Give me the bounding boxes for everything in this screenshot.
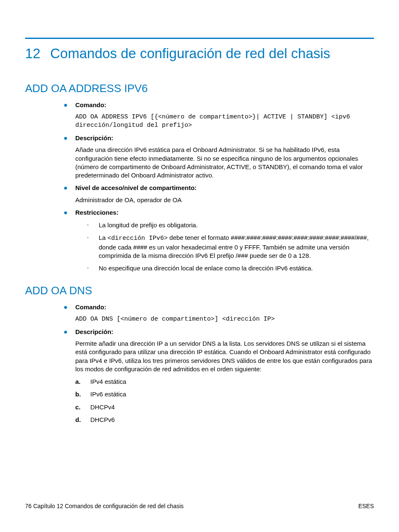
bullet-icon: ● [64,208,68,217]
field-label-nivel: Nivel de acceso/nivel de compartimento: [75,184,374,192]
inline-code: <dirección IPv6> [107,235,168,242]
page-number: 76 [25,503,32,509]
field-label-comando: Comando: [75,303,374,311]
footer-right: ESES [358,503,374,509]
list-marker: d. [75,416,83,424]
sub-list-item: ◦ La <dirección IPv6> debe tener el form… [87,234,374,260]
list-item-content: Comando: ADD OA ADDRESS IPV6 [{<número d… [75,101,374,130]
bullet-icon: ● [64,303,68,312]
section2-body: ● Comando: ADD OA DNS [<número de compar… [64,303,374,424]
list-item: ● Comando: ADD OA ADDRESS IPV6 [{<número… [64,101,374,130]
sub-list-item: ◦ No especifique una dirección local de … [87,264,374,272]
list-text: IPv4 estática [90,378,126,386]
list-marker: a. [75,378,83,386]
list-text: IPv6 estática [90,390,126,398]
list-text: DHCPv6 [90,416,115,424]
list-item-content: Restricciones: ◦ La longitud de prefijo … [75,208,374,273]
field-label-comando: Comando: [75,101,374,109]
sub-bullet-icon: ◦ [87,234,91,242]
list-item: ● Descripción: Añade una dirección IPv6 … [64,134,374,180]
sub-bullet-icon: ◦ [87,221,91,229]
list-item: ● Comando: ADD OA DNS [<número de compar… [64,303,374,324]
footer-left: 76 Capítulo 12 Comandos de configuración… [25,503,184,509]
list-item: ● Restricciones: ◦ La longitud de prefij… [64,208,374,273]
footer-chapter-ref: Capítulo 12 Comandos de configuración de… [33,503,184,509]
ordered-list-item: c. DHCPv4 [75,403,374,411]
list-item: ● Descripción: Permite añadir una direcc… [64,328,374,424]
section-heading-add-oa-address-ipv6: ADD OA ADDRESS IPV6 [25,82,374,95]
sub-bullet-icon: ◦ [87,264,91,272]
field-label-descripcion: Descripción: [75,328,374,336]
paragraph: Añade una dirección IPv6 estática para e… [75,146,374,180]
section1-body: ● Comando: ADD OA ADDRESS IPV6 [{<número… [64,101,374,272]
bullet-icon: ● [64,328,68,337]
sub-list-text: La longitud de prefijo es obligatoria. [99,221,374,229]
paragraph: Administrador de OA, operador de OA [75,196,374,204]
ordered-list-item: d. DHCPv6 [75,416,374,424]
chapter-title: Comandos de configuración de red del cha… [50,45,374,62]
bullet-icon: ● [64,101,68,110]
text-run: La [99,234,107,241]
list-text: DHCPv4 [90,403,115,411]
sub-list-text: La <dirección IPv6> debe tener el format… [99,234,374,260]
ordered-list-item: b. IPv6 estática [75,390,374,398]
page-footer: 76 Capítulo 12 Comandos de configuración… [25,503,374,509]
list-item: ● Nivel de acceso/nivel de compartimento… [64,184,374,204]
ordered-list: a. IPv4 estática b. IPv6 estática c. DHC… [75,378,374,424]
field-label-descripcion: Descripción: [75,134,374,142]
bullet-icon: ● [64,134,68,143]
document-page: 12 Comandos de configuración de red del … [0,0,399,532]
bullet-icon: ● [64,184,68,193]
ordered-list-item: a. IPv4 estática [75,378,374,386]
chapter-rule [25,38,374,39]
paragraph: Permite añadir una dirección IP a un ser… [75,339,374,373]
list-marker: b. [75,390,83,398]
sub-list-text: No especifique una dirección local de en… [99,264,374,272]
field-label-restricciones: Restricciones: [75,208,374,217]
code-block: ADD OA DNS [<número de compartimento>] <… [75,315,374,324]
list-item-content: Descripción: Permite añadir una direcció… [75,328,374,424]
list-item-content: Nivel de acceso/nivel de compartimento: … [75,184,374,204]
sub-list-item: ◦ La longitud de prefijo es obligatoria. [87,221,374,229]
list-item-content: Comando: ADD OA DNS [<número de comparti… [75,303,374,324]
chapter-heading: 12 Comandos de configuración de red del … [25,45,374,62]
chapter-number: 12 [25,45,43,62]
list-item-content: Descripción: Añade una dirección IPv6 es… [75,134,374,180]
list-marker: c. [75,403,83,411]
code-block: ADD OA ADDRESS IPV6 [{<número de compart… [75,113,374,130]
section-heading-add-oa-dns: ADD OA DNS [25,284,374,297]
